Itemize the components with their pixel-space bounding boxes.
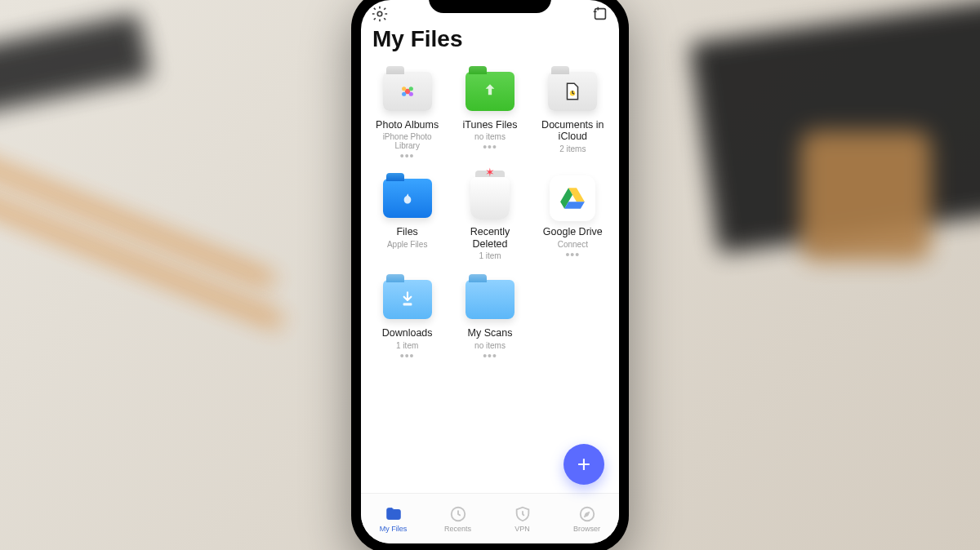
shield-icon [514,505,532,523]
folder-icon [385,505,403,523]
folder-item-recently-deleted[interactable]: Recently Deleted 1 item [450,172,529,264]
phone-frame: My Files Photo Albums iPhone Photo Libra… [351,0,629,550]
scans-folder-icon [464,277,516,322]
plus-icon: + [577,451,590,477]
folder-subtitle: 1 item [479,251,501,260]
trash-icon [464,175,516,221]
svg-point-5 [402,92,406,96]
tab-vpn[interactable]: VPN [490,494,555,543]
tab-browser[interactable]: Browser [555,494,619,543]
folder-title: My Scans [468,327,513,339]
folder-title: Downloads [382,327,433,339]
folder-subtitle: Apple Files [387,240,427,249]
svg-rect-8 [403,303,412,305]
folder-title: iTunes Files [463,119,518,131]
folder-title: Photo Albums [376,119,439,131]
folder-title: Documents in iCloud [536,119,609,143]
files-grid: Photo Albums iPhone Photo Library ••• iT… [361,60,619,493]
app-screen: My Files Photo Albums iPhone Photo Libra… [361,0,619,543]
decorative-pencil [0,189,283,328]
compass-icon [578,505,596,523]
more-button[interactable]: ••• [483,353,497,359]
apple-files-folder-icon [381,175,434,221]
tab-label: Recents [444,525,471,533]
tab-label: VPN [514,525,530,533]
documents-folder-icon [546,69,599,114]
new-window-button[interactable] [591,5,609,23]
downloads-folder-icon [381,277,434,322]
folder-title: Files [396,226,417,237]
more-button[interactable]: ••• [565,251,580,258]
tab-my-files[interactable]: My Files [361,494,425,543]
folder-item-documents-icloud[interactable]: Documents in iCloud 2 items [533,65,612,162]
folder-subtitle: no items [474,341,506,350]
folder-item-downloads[interactable]: Downloads 1 item ••• [368,273,447,361]
folder-title: Recently Deleted [453,226,527,250]
phone-notch [429,0,551,13]
bottom-tab-bar: My Files Recents VPN Browser [361,493,619,543]
folder-subtitle: iPhone Photo Library [369,132,445,150]
folder-subtitle: 1 item [396,341,418,350]
svg-point-6 [408,92,412,96]
more-button[interactable]: ••• [400,153,415,159]
svg-rect-1 [595,9,606,20]
tab-label: Browser [573,525,600,533]
page-title: My Files [361,24,619,60]
folder-item-my-scans[interactable]: My Scans no items ••• [450,273,529,361]
folder-item-photo-albums[interactable]: Photo Albums iPhone Photo Library ••• [368,65,447,162]
clock-icon [449,505,467,523]
add-button[interactable]: + [564,444,604,485]
folder-item-google-drive[interactable]: Google Drive Connect ••• [533,172,612,264]
green-folder-icon [464,69,516,114]
tab-recents[interactable]: Recents [425,494,490,543]
photos-folder-icon [381,69,434,114]
decorative-remote [0,13,152,118]
folder-item-itunes-files[interactable]: iTunes Files no items ••• [450,65,529,162]
svg-point-4 [408,86,412,91]
decorative-wood-block [800,131,931,261]
folder-subtitle: 2 items [559,144,586,153]
google-drive-icon [546,175,599,221]
settings-button[interactable] [371,5,389,23]
more-button[interactable]: ••• [483,144,497,150]
more-button[interactable]: ••• [400,353,415,359]
folder-item-files[interactable]: Files Apple Files [368,172,447,264]
svg-point-3 [402,86,406,91]
folder-title: Google Drive [543,226,603,237]
gear-icon [371,5,389,23]
tab-label: My Files [380,525,408,533]
window-icon [591,5,609,23]
svg-point-0 [377,11,382,16]
